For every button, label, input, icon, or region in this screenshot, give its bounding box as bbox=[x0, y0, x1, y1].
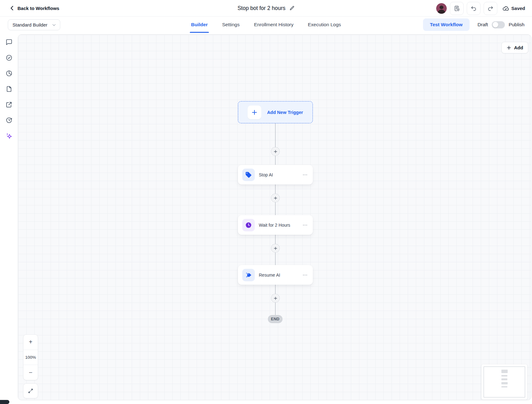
insert-step-button-1[interactable] bbox=[271, 147, 280, 156]
node-more-button[interactable] bbox=[302, 272, 308, 278]
publish-toggle[interactable] bbox=[492, 21, 505, 28]
tab-execution-logs[interactable]: Execution Logs bbox=[308, 17, 341, 33]
app-header: Back to Workflows Stop bot for 2 hours bbox=[0, 0, 532, 17]
save-status: Saved bbox=[502, 5, 525, 12]
zoom-in-button[interactable]: + bbox=[23, 335, 38, 350]
tab-execution-logs-label: Execution Logs bbox=[308, 22, 341, 27]
chevron-left-icon bbox=[9, 5, 15, 11]
minimap-viewport bbox=[484, 367, 525, 397]
back-to-workflows-button[interactable]: Back to Workflows bbox=[9, 5, 59, 11]
external-link-icon bbox=[6, 101, 12, 108]
insert-step-button-4[interactable] bbox=[271, 294, 280, 303]
cloud-check-icon bbox=[502, 5, 509, 12]
publish-toggle-group: Draft Publish bbox=[478, 21, 525, 28]
clock-icon bbox=[242, 219, 255, 231]
test-workflow-button[interactable]: Test Workflow bbox=[423, 18, 470, 31]
toolbar-right: Test Workflow Draft Publish bbox=[423, 17, 525, 33]
minimap-node-bar bbox=[501, 386, 507, 387]
minimap-node-bar bbox=[501, 378, 507, 380]
avatar-image bbox=[436, 3, 447, 14]
expand-icon bbox=[28, 388, 33, 394]
plus-icon bbox=[251, 109, 258, 116]
sidebar-item-ai[interactable] bbox=[5, 132, 13, 140]
more-dots-icon bbox=[302, 272, 308, 278]
edit-title-icon[interactable] bbox=[289, 6, 294, 11]
builder-tabs: Builder Settings Enrollment History Exec… bbox=[191, 17, 341, 33]
minimap-node-bar bbox=[501, 375, 507, 377]
tag-resume-icon bbox=[242, 269, 255, 281]
fit-view-button[interactable] bbox=[23, 383, 38, 398]
node-label: Resume AI bbox=[259, 273, 302, 278]
node-more-button[interactable] bbox=[302, 171, 308, 178]
builder-mode-value: Standard Builder bbox=[12, 22, 47, 27]
add-new-trigger-node[interactable]: Add New Trigger bbox=[238, 101, 313, 123]
more-dots-icon bbox=[302, 222, 308, 228]
sidebar-item-chat[interactable] bbox=[5, 38, 13, 46]
sidebar-item-analytics[interactable] bbox=[5, 70, 13, 77]
tab-enrollment-history[interactable]: Enrollment History bbox=[254, 17, 293, 33]
plus-icon bbox=[273, 150, 278, 154]
corner-handle bbox=[0, 400, 9, 404]
publish-label: Publish bbox=[509, 22, 525, 27]
workflow-title: Stop bot for 2 hours bbox=[238, 5, 286, 12]
redo-icon bbox=[487, 5, 494, 12]
draft-label: Draft bbox=[478, 22, 488, 27]
sidebar-item-integrations[interactable] bbox=[5, 101, 13, 108]
node-resume-ai[interactable]: Resume AI bbox=[238, 265, 313, 285]
insert-step-button-2[interactable] bbox=[271, 194, 280, 202]
tab-enrollment-history-label: Enrollment History bbox=[254, 22, 293, 27]
back-label: Back to Workflows bbox=[17, 6, 59, 11]
workflow-canvas[interactable]: Add Add New Trigger Stop AI Wait for 2 bbox=[18, 34, 531, 400]
end-node: END bbox=[268, 315, 283, 323]
minimap-node-bar bbox=[501, 370, 508, 373]
ai-sparkles-icon bbox=[6, 132, 12, 139]
zoom-controls: + 100% − bbox=[23, 334, 38, 380]
pie-chart-icon bbox=[6, 70, 12, 77]
tab-settings[interactable]: Settings bbox=[222, 17, 239, 33]
document-history-icon bbox=[454, 5, 460, 12]
node-more-button[interactable] bbox=[302, 222, 308, 229]
version-history-button[interactable] bbox=[450, 2, 464, 15]
tab-builder[interactable]: Builder bbox=[191, 17, 208, 33]
add-button-label: Add bbox=[514, 45, 523, 50]
sidebar-item-files[interactable] bbox=[5, 85, 13, 93]
node-label: Wait for 2 Hours bbox=[259, 223, 302, 228]
toggle-knob bbox=[493, 22, 498, 27]
file-icon bbox=[6, 86, 12, 92]
plus-icon bbox=[273, 296, 278, 300]
zoom-level: 100% bbox=[23, 350, 38, 365]
user-avatar[interactable] bbox=[436, 3, 447, 14]
history-clock-icon bbox=[6, 117, 12, 124]
builder-toolbar: Standard Builder Builder Settings Enroll… bbox=[0, 17, 532, 33]
check-circle-icon bbox=[6, 54, 12, 61]
trigger-label: Add New Trigger bbox=[267, 110, 303, 115]
sidebar-item-history[interactable] bbox=[5, 116, 13, 124]
minimap-node-bar bbox=[501, 382, 508, 384]
undo-icon bbox=[470, 5, 477, 12]
left-sidebar bbox=[0, 33, 18, 404]
minimap[interactable] bbox=[481, 364, 527, 400]
redo-button[interactable] bbox=[484, 2, 497, 15]
chat-icon bbox=[6, 39, 12, 46]
tab-builder-label: Builder bbox=[191, 22, 208, 27]
node-stop-ai[interactable]: Stop AI bbox=[238, 165, 313, 185]
sidebar-item-tasks[interactable] bbox=[5, 54, 13, 62]
saved-label: Saved bbox=[511, 6, 525, 11]
node-wait-2-hours[interactable]: Wait for 2 Hours bbox=[238, 215, 313, 235]
node-label: Stop AI bbox=[259, 172, 302, 177]
plus-icon bbox=[273, 246, 278, 250]
plus-icon bbox=[273, 196, 278, 200]
tag-icon bbox=[242, 169, 255, 181]
builder-mode-select[interactable]: Standard Builder bbox=[8, 19, 60, 30]
chevron-down-icon bbox=[52, 23, 56, 27]
trigger-plus-box bbox=[248, 106, 261, 119]
more-dots-icon bbox=[302, 172, 308, 178]
workflow-title-group: Stop bot for 2 hours bbox=[238, 5, 295, 12]
add-node-button[interactable]: Add bbox=[501, 42, 528, 53]
zoom-out-button[interactable]: − bbox=[23, 365, 38, 380]
tab-settings-label: Settings bbox=[222, 22, 239, 27]
insert-step-button-3[interactable] bbox=[271, 244, 280, 253]
header-actions: Saved bbox=[436, 0, 525, 17]
plus-icon bbox=[506, 45, 511, 50]
undo-button[interactable] bbox=[467, 2, 480, 15]
